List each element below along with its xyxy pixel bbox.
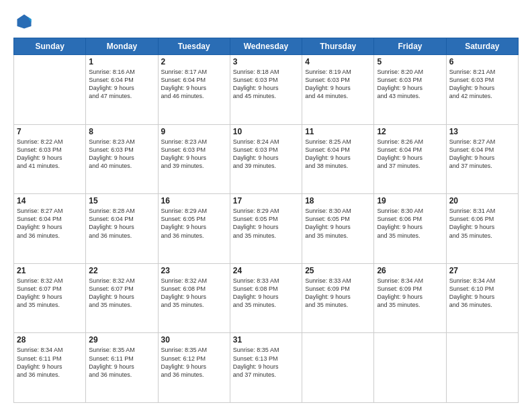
week-row-3: 21Sunrise: 8:32 AM Sunset: 6:07 PM Dayli… bbox=[14, 263, 519, 333]
day-number: 20 bbox=[449, 196, 515, 205]
day-info: Sunrise: 8:24 AM Sunset: 6:03 PM Dayligh… bbox=[233, 138, 299, 171]
day-number: 29 bbox=[89, 335, 154, 345]
day-cell: 15Sunrise: 8:28 AM Sunset: 6:04 PM Dayli… bbox=[86, 194, 158, 264]
day-info: Sunrise: 8:34 AM Sunset: 6:09 PM Dayligh… bbox=[377, 277, 443, 310]
day-cell: 31Sunrise: 8:35 AM Sunset: 6:13 PM Dayli… bbox=[230, 333, 302, 403]
day-info: Sunrise: 8:25 AM Sunset: 6:04 PM Dayligh… bbox=[305, 138, 371, 171]
day-cell: 28Sunrise: 8:34 AM Sunset: 6:11 PM Dayli… bbox=[14, 333, 86, 403]
weekday-thursday: Thursday bbox=[302, 38, 374, 55]
day-info: Sunrise: 8:32 AM Sunset: 6:07 PM Dayligh… bbox=[89, 277, 154, 310]
day-cell: 5Sunrise: 8:20 AM Sunset: 6:03 PM Daylig… bbox=[374, 55, 446, 125]
day-number: 16 bbox=[161, 196, 227, 205]
day-cell: 17Sunrise: 8:29 AM Sunset: 6:05 PM Dayli… bbox=[230, 194, 302, 264]
day-info: Sunrise: 8:31 AM Sunset: 6:06 PM Dayligh… bbox=[449, 207, 515, 240]
day-info: Sunrise: 8:33 AM Sunset: 6:08 PM Dayligh… bbox=[233, 277, 299, 310]
day-cell: 27Sunrise: 8:34 AM Sunset: 6:10 PM Dayli… bbox=[446, 263, 518, 333]
day-number: 11 bbox=[305, 127, 371, 136]
day-number: 27 bbox=[449, 266, 515, 275]
day-info: Sunrise: 8:34 AM Sunset: 6:11 PM Dayligh… bbox=[17, 346, 83, 379]
day-info: Sunrise: 8:18 AM Sunset: 6:03 PM Dayligh… bbox=[233, 68, 299, 101]
day-info: Sunrise: 8:33 AM Sunset: 6:09 PM Dayligh… bbox=[305, 277, 371, 310]
day-cell: 14Sunrise: 8:27 AM Sunset: 6:04 PM Dayli… bbox=[14, 194, 86, 264]
day-info: Sunrise: 8:29 AM Sunset: 6:05 PM Dayligh… bbox=[233, 207, 299, 240]
weekday-sunday: Sunday bbox=[14, 38, 86, 55]
day-cell bbox=[302, 333, 374, 403]
week-row-1: 7Sunrise: 8:22 AM Sunset: 6:03 PM Daylig… bbox=[14, 124, 519, 194]
week-row-0: 1Sunrise: 8:16 AM Sunset: 6:04 PM Daylig… bbox=[14, 55, 519, 125]
weekday-monday: Monday bbox=[86, 38, 158, 55]
day-cell: 29Sunrise: 8:35 AM Sunset: 6:11 PM Dayli… bbox=[86, 333, 158, 403]
day-cell: 8Sunrise: 8:23 AM Sunset: 6:03 PM Daylig… bbox=[86, 124, 158, 194]
day-cell: 7Sunrise: 8:22 AM Sunset: 6:03 PM Daylig… bbox=[14, 124, 86, 194]
day-info: Sunrise: 8:16 AM Sunset: 6:04 PM Dayligh… bbox=[89, 68, 154, 101]
day-number: 14 bbox=[17, 196, 83, 205]
day-number: 22 bbox=[89, 266, 154, 275]
day-info: Sunrise: 8:27 AM Sunset: 6:04 PM Dayligh… bbox=[17, 207, 83, 240]
logo-icon bbox=[15, 12, 34, 31]
weekday-tuesday: Tuesday bbox=[158, 38, 230, 55]
day-number: 19 bbox=[377, 196, 443, 205]
day-info: Sunrise: 8:27 AM Sunset: 6:04 PM Dayligh… bbox=[449, 138, 515, 171]
day-cell: 24Sunrise: 8:33 AM Sunset: 6:08 PM Dayli… bbox=[230, 263, 302, 333]
day-number: 17 bbox=[233, 196, 299, 205]
weekday-friday: Friday bbox=[374, 38, 446, 55]
day-info: Sunrise: 8:28 AM Sunset: 6:04 PM Dayligh… bbox=[89, 207, 154, 240]
calendar-table: SundayMondayTuesdayWednesdayThursdayFrid… bbox=[13, 38, 519, 403]
day-number: 13 bbox=[449, 127, 515, 136]
day-cell: 23Sunrise: 8:32 AM Sunset: 6:08 PM Dayli… bbox=[158, 263, 230, 333]
day-info: Sunrise: 8:19 AM Sunset: 6:03 PM Dayligh… bbox=[305, 68, 371, 101]
day-info: Sunrise: 8:23 AM Sunset: 6:03 PM Dayligh… bbox=[161, 138, 227, 171]
day-number: 5 bbox=[377, 57, 443, 66]
day-number: 12 bbox=[377, 127, 443, 136]
day-number: 4 bbox=[305, 57, 371, 66]
day-cell: 16Sunrise: 8:29 AM Sunset: 6:05 PM Dayli… bbox=[158, 194, 230, 264]
day-cell: 1Sunrise: 8:16 AM Sunset: 6:04 PM Daylig… bbox=[86, 55, 158, 125]
day-cell: 9Sunrise: 8:23 AM Sunset: 6:03 PM Daylig… bbox=[158, 124, 230, 194]
day-number: 21 bbox=[17, 266, 83, 275]
day-cell: 26Sunrise: 8:34 AM Sunset: 6:09 PM Dayli… bbox=[374, 263, 446, 333]
day-info: Sunrise: 8:23 AM Sunset: 6:03 PM Dayligh… bbox=[89, 138, 154, 171]
day-info: Sunrise: 8:17 AM Sunset: 6:04 PM Dayligh… bbox=[161, 68, 227, 101]
logo bbox=[13, 12, 34, 31]
day-cell: 20Sunrise: 8:31 AM Sunset: 6:06 PM Dayli… bbox=[446, 194, 518, 264]
day-number: 15 bbox=[89, 196, 154, 205]
day-cell: 22Sunrise: 8:32 AM Sunset: 6:07 PM Dayli… bbox=[86, 263, 158, 333]
day-cell: 13Sunrise: 8:27 AM Sunset: 6:04 PM Dayli… bbox=[446, 124, 518, 194]
day-info: Sunrise: 8:30 AM Sunset: 6:06 PM Dayligh… bbox=[377, 207, 443, 240]
day-info: Sunrise: 8:21 AM Sunset: 6:03 PM Dayligh… bbox=[449, 68, 515, 101]
day-cell: 2Sunrise: 8:17 AM Sunset: 6:04 PM Daylig… bbox=[158, 55, 230, 125]
weekday-saturday: Saturday bbox=[446, 38, 518, 55]
day-info: Sunrise: 8:22 AM Sunset: 6:03 PM Dayligh… bbox=[17, 138, 83, 171]
day-cell: 18Sunrise: 8:30 AM Sunset: 6:05 PM Dayli… bbox=[302, 194, 374, 264]
day-number: 31 bbox=[233, 335, 299, 345]
day-cell: 12Sunrise: 8:26 AM Sunset: 6:04 PM Dayli… bbox=[374, 124, 446, 194]
day-cell: 3Sunrise: 8:18 AM Sunset: 6:03 PM Daylig… bbox=[230, 55, 302, 125]
day-number: 10 bbox=[233, 127, 299, 136]
weekday-header-row: SundayMondayTuesdayWednesdayThursdayFrid… bbox=[14, 38, 519, 55]
day-number: 9 bbox=[161, 127, 227, 136]
week-row-4: 28Sunrise: 8:34 AM Sunset: 6:11 PM Dayli… bbox=[14, 333, 519, 403]
day-number: 2 bbox=[161, 57, 227, 66]
day-cell: 19Sunrise: 8:30 AM Sunset: 6:06 PM Dayli… bbox=[374, 194, 446, 264]
day-cell: 21Sunrise: 8:32 AM Sunset: 6:07 PM Dayli… bbox=[14, 263, 86, 333]
day-number: 30 bbox=[161, 335, 227, 345]
svg-marker-0 bbox=[17, 15, 32, 29]
day-cell: 25Sunrise: 8:33 AM Sunset: 6:09 PM Dayli… bbox=[302, 263, 374, 333]
day-cell: 4Sunrise: 8:19 AM Sunset: 6:03 PM Daylig… bbox=[302, 55, 374, 125]
header bbox=[13, 12, 519, 31]
day-number: 25 bbox=[305, 266, 371, 275]
day-number: 7 bbox=[17, 127, 83, 136]
day-info: Sunrise: 8:20 AM Sunset: 6:03 PM Dayligh… bbox=[377, 68, 443, 101]
day-info: Sunrise: 8:35 AM Sunset: 6:13 PM Dayligh… bbox=[233, 346, 299, 379]
day-info: Sunrise: 8:32 AM Sunset: 6:07 PM Dayligh… bbox=[17, 277, 83, 310]
day-info: Sunrise: 8:30 AM Sunset: 6:05 PM Dayligh… bbox=[305, 207, 371, 240]
day-cell bbox=[374, 333, 446, 403]
day-cell: 6Sunrise: 8:21 AM Sunset: 6:03 PM Daylig… bbox=[446, 55, 518, 125]
page: SundayMondayTuesdayWednesdayThursdayFrid… bbox=[0, 0, 532, 411]
day-info: Sunrise: 8:26 AM Sunset: 6:04 PM Dayligh… bbox=[377, 138, 443, 171]
day-number: 26 bbox=[377, 266, 443, 275]
day-number: 3 bbox=[233, 57, 299, 66]
day-info: Sunrise: 8:35 AM Sunset: 6:11 PM Dayligh… bbox=[89, 346, 154, 379]
day-number: 23 bbox=[161, 266, 227, 275]
day-info: Sunrise: 8:34 AM Sunset: 6:10 PM Dayligh… bbox=[449, 277, 515, 310]
